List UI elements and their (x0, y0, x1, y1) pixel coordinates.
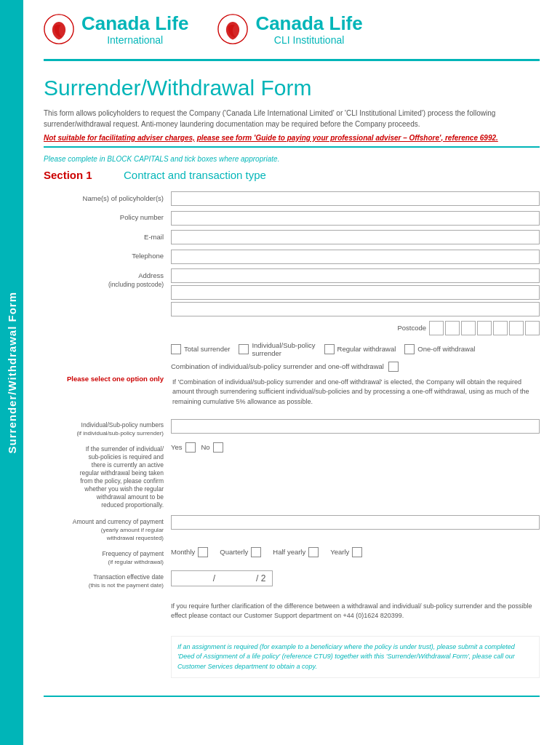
yearly-label: Yearly (330, 548, 349, 556)
date-slash2: / 2 (256, 573, 265, 583)
postcode-label: Postcode (397, 324, 426, 332)
yes-checkbox[interactable] (185, 442, 196, 453)
one-off-withdrawal-checkbox[interactable] (404, 344, 415, 354)
assignment-note-spacer (44, 629, 171, 632)
individual-numbers-row: Individual/Sub-policy numbers(if individ… (44, 418, 540, 437)
date-month-input[interactable] (221, 575, 250, 583)
email-input[interactable] (171, 230, 540, 244)
option-total-surrender: Total surrender (171, 344, 230, 354)
top-divider (44, 146, 540, 148)
monthly-checkbox[interactable] (198, 547, 208, 557)
contact-note-spacer (44, 597, 171, 600)
section1-title: Contract and transaction type (124, 169, 266, 181)
amount-label: Amount and currency of payment(yearly am… (44, 515, 171, 543)
email-row: E-mail (44, 230, 540, 245)
logos-container: Canada Life International Canada Life CL… (44, 13, 363, 46)
individual-numbers-label: Individual/Sub-policy numbers(if individ… (44, 418, 171, 437)
address-row: Address(including postcode) Postcode (44, 268, 540, 335)
individual-numbers-input[interactable] (171, 419, 540, 434)
freq-quarterly: Quarterly (220, 547, 261, 557)
freq-monthly: Monthly (171, 547, 208, 557)
footer-divider (44, 696, 540, 697)
yes-no-area: Yes No (171, 442, 540, 453)
address-line1-input[interactable] (171, 268, 540, 283)
contact-note-area: If you require further clarification of … (171, 597, 540, 621)
one-off-withdrawal-label: One-off withdrawal (417, 345, 475, 353)
telephone-field-area (171, 249, 540, 264)
postcode-boxes (429, 321, 540, 335)
postcode-box-1[interactable] (429, 321, 444, 335)
combination-row: Combination of individual/sub-policy sur… (171, 362, 540, 372)
option-regular-withdrawal: Regular withdrawal (324, 344, 396, 354)
option-one-off-withdrawal: One-off withdrawal (404, 344, 475, 354)
half-yearly-label: Half yearly (273, 548, 305, 556)
email-label: E-mail (44, 230, 171, 242)
warning-bold: Not suitable for facilitating adviser ch… (44, 134, 195, 142)
individual-surrender-checkbox[interactable] (239, 344, 249, 354)
postcode-box-5[interactable] (493, 321, 508, 335)
options-area: Total surrender Individual/Sub-policysur… (171, 341, 540, 415)
section1-header: Section 1 Contract and transaction type (44, 169, 540, 181)
regular-withdrawal-checkbox[interactable] (324, 344, 335, 354)
policy-number-field-area (171, 210, 540, 226)
date-label: Transaction effective date(this is not t… (44, 570, 171, 589)
telephone-input[interactable] (171, 250, 540, 264)
logo1-text: Canada Life International (81, 13, 188, 46)
freq-half-yearly: Half yearly (273, 547, 319, 557)
quarterly-checkbox[interactable] (251, 547, 261, 557)
not-suitable-warning: Not suitable for facilitating adviser ch… (44, 134, 540, 142)
postcode-box-2[interactable] (445, 321, 460, 335)
warning-rest: please see form 'Guide to paying your pr… (197, 134, 498, 142)
combination-checkbox[interactable] (388, 362, 399, 372)
yearly-checkbox[interactable] (352, 547, 362, 557)
monthly-label: Monthly (171, 548, 195, 556)
postcode-box-6[interactable] (509, 321, 524, 335)
frequency-options-area: Monthly Quarterly Half yearly Yearly (171, 547, 540, 557)
contact-note: If you require further clarification of … (171, 602, 540, 621)
address-line3-input[interactable] (171, 302, 540, 316)
address-label: Address(including postcode) (44, 268, 171, 290)
canada-life-icon-2 (217, 14, 248, 44)
address-field-area: Postcode (171, 268, 540, 335)
options-row: Total surrender Individual/Sub-policysur… (171, 341, 540, 357)
frequency-row: Frequency of payment(if regular withdraw… (44, 547, 540, 566)
telephone-label: Telephone (44, 249, 171, 260)
postcode-box-3[interactable] (461, 321, 476, 335)
frequency-label: Frequency of payment(if regular withdraw… (44, 547, 171, 566)
yes-label: Yes (171, 443, 183, 451)
date-day-input[interactable] (178, 575, 207, 583)
select-option-row: Please select one option only Total surr… (44, 341, 540, 415)
confirm-row: If the surrender of individual/sub-polic… (44, 442, 540, 509)
date-input-group: / / 2 (171, 570, 273, 586)
policyholder-input[interactable] (171, 191, 540, 206)
policy-number-input[interactable] (171, 211, 540, 226)
sidebar-label: Surrender/Withdrawal Form (6, 292, 18, 453)
postcode-box-4[interactable] (477, 321, 492, 335)
contact-note-row: If you require further clarification of … (44, 597, 540, 621)
amount-field-area (171, 515, 540, 530)
postcode-row: Postcode (171, 321, 540, 335)
quarterly-label: Quarterly (220, 548, 248, 556)
freq-yearly: Yearly (330, 547, 362, 557)
address-line2-input[interactable] (171, 285, 540, 300)
date-slash1: / (213, 573, 215, 583)
page-title: Surrender/Withdrawal Form (44, 76, 540, 100)
intro-text: This form allows policyholders to reques… (44, 108, 540, 130)
no-item: No (201, 442, 223, 453)
policyholder-label: Name(s) of policyholder(s) (44, 191, 171, 203)
section1-label: Section 1 (44, 169, 109, 181)
frequency-options-row: Monthly Quarterly Half yearly Yearly (171, 547, 540, 557)
no-checkbox[interactable] (213, 442, 223, 453)
amount-row: Amount and currency of payment(yearly am… (44, 515, 540, 543)
policyholder-field-area (171, 191, 540, 207)
policyholder-row: Name(s) of policyholder(s) (44, 191, 540, 207)
total-surrender-checkbox[interactable] (171, 344, 181, 354)
logo-canada-life-cli: Canada Life CLI Institutional (217, 13, 362, 46)
amount-input[interactable] (171, 515, 540, 530)
select-label: Please select one option only (44, 372, 171, 383)
assignment-note: If an assignment is required (for exampl… (171, 636, 540, 679)
date-row: Transaction effective date(this is not t… (44, 570, 540, 589)
postcode-box-7[interactable] (525, 321, 540, 335)
option-individual-surrender: Individual/Sub-policysurrender (239, 341, 315, 357)
half-yearly-checkbox[interactable] (308, 547, 319, 557)
